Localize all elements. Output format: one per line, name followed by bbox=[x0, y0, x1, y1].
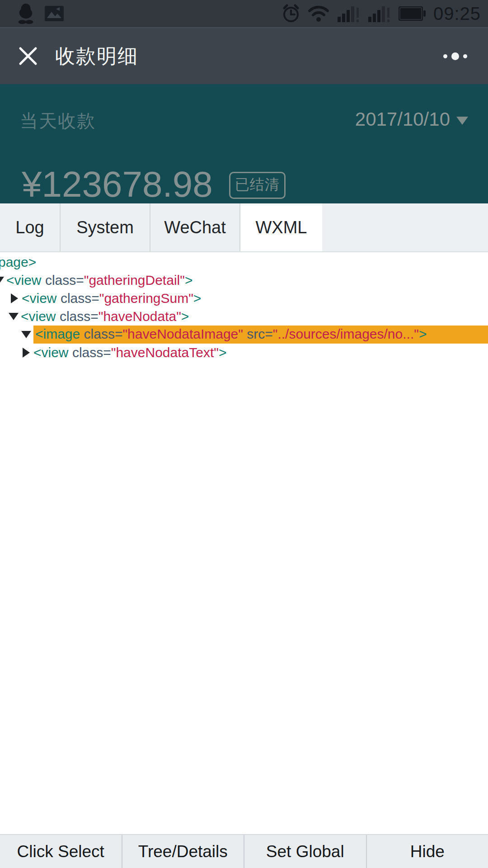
expand-arrow-icon[interactable] bbox=[9, 293, 20, 303]
collapse-arrow-icon[interactable] bbox=[0, 277, 5, 284]
wxml-node-source: <view class="haveNodata"> bbox=[21, 309, 189, 324]
summary-label: 当天收款 bbox=[20, 108, 96, 133]
collection-summary: 当天收款 2017/10/10 ¥123678.98 已结清 bbox=[0, 84, 488, 203]
wxml-tree-panel: page><view class="gatheringDetail"><view… bbox=[0, 252, 488, 834]
wxml-node[interactable]: <view class="gatheringDetail"> bbox=[0, 271, 488, 289]
close-button[interactable] bbox=[16, 44, 40, 68]
wxml-node[interactable]: <view class="haveNodata"> bbox=[0, 307, 488, 326]
nav-bar: 收款明细 bbox=[0, 28, 488, 84]
battery-icon bbox=[398, 5, 426, 22]
clock-time: 09:25 bbox=[433, 4, 481, 24]
wxml-node-source: <image class="haveNodataImage" src="../s… bbox=[33, 326, 488, 344]
gallery-icon bbox=[44, 4, 64, 24]
vconsole-toolbar: Click SelectTree/DetailsSet GlobalHide bbox=[0, 834, 488, 868]
wxml-node-source: page> bbox=[0, 255, 36, 270]
tab-wechat[interactable]: WeChat bbox=[150, 203, 240, 251]
caret-down-icon bbox=[456, 117, 468, 125]
tab-system[interactable]: System bbox=[61, 203, 150, 251]
dot-icon bbox=[451, 52, 459, 60]
wifi-icon bbox=[308, 5, 329, 23]
set-global-button[interactable]: Set Global bbox=[244, 835, 366, 868]
wxml-node[interactable]: <view class="haveNodataText"> bbox=[0, 344, 488, 362]
tab-wxml[interactable]: WXML bbox=[240, 203, 322, 251]
hide-button[interactable]: Hide bbox=[366, 835, 488, 868]
collapse-arrow-icon[interactable] bbox=[8, 313, 19, 320]
amount-value: ¥123678.98 bbox=[22, 166, 213, 203]
status-right-icons: 09:25 bbox=[282, 4, 481, 24]
wxml-node[interactable]: <view class="gatheringSum"> bbox=[0, 289, 488, 307]
qq-notification-icon bbox=[17, 3, 34, 24]
signal-icon bbox=[337, 4, 360, 23]
signal-icon bbox=[367, 4, 391, 23]
screen: 09:25 收款明细 当天收款 2017/10/10 ¥123678.98 已结… bbox=[0, 0, 488, 868]
tab-bar-filler bbox=[322, 203, 488, 251]
vconsole-tab-bar: LogSystemWeChatWXML bbox=[0, 203, 488, 252]
date-picker[interactable]: 2017/10/10 bbox=[355, 108, 468, 130]
wxml-node[interactable]: <image class="haveNodataImage" src="../s… bbox=[0, 326, 488, 344]
tree-details-button[interactable]: Tree/Details bbox=[122, 835, 244, 868]
wxml-node-source: <view class="haveNodataText"> bbox=[33, 345, 226, 360]
wxml-node-source: <view class="gatheringDetail"> bbox=[6, 273, 192, 288]
settled-badge: 已结清 bbox=[229, 172, 286, 199]
page-title: 收款明细 bbox=[55, 43, 138, 70]
wxml-node-source: <view class="gatheringSum"> bbox=[22, 291, 201, 306]
collapse-arrow-icon[interactable] bbox=[21, 331, 32, 338]
alarm-icon bbox=[282, 4, 300, 24]
wxml-node[interactable]: page> bbox=[0, 253, 488, 271]
expand-arrow-icon[interactable] bbox=[21, 348, 32, 358]
dot-icon bbox=[463, 54, 467, 58]
dot-icon bbox=[443, 54, 447, 58]
status-bar: 09:25 bbox=[0, 0, 488, 28]
tab-log[interactable]: Log bbox=[0, 203, 61, 251]
date-value: 2017/10/10 bbox=[355, 108, 450, 130]
click-select-button[interactable]: Click Select bbox=[0, 835, 122, 868]
more-menu-button[interactable] bbox=[439, 48, 472, 65]
status-left-icons bbox=[17, 3, 64, 24]
close-icon bbox=[18, 46, 38, 66]
